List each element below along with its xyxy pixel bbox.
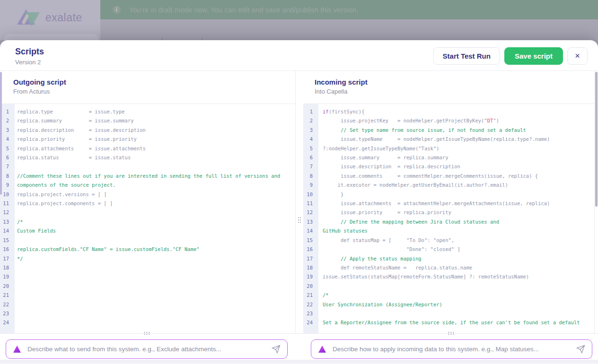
code-text: ?:nodeHelper.getIssueTypeByName("Task") <box>318 144 593 153</box>
outgoing-resize-handle[interactable] <box>143 331 150 335</box>
send-icon <box>576 345 585 354</box>
code-text <box>15 309 295 318</box>
divider-resize-handle[interactable] <box>298 217 301 223</box>
code-line: 18 <box>0 263 295 272</box>
code-text: replica.project.components = [ ] <box>15 199 295 208</box>
close-button[interactable]: × <box>567 47 588 65</box>
code-line: 24 <box>0 318 295 327</box>
code-text: Custom Fields <box>15 226 295 235</box>
code-line: 23 <box>0 309 295 318</box>
incoming-code-editor[interactable]: 1if(firstSync){2 issue.projectKey = node… <box>303 104 598 333</box>
code-line: 8//Comment these lines out if you are in… <box>0 172 295 181</box>
incoming-panel-header: Incoming script Into Capella <box>303 71 598 104</box>
code-text: issue.comments = commentHelper.mergeComm… <box>318 172 593 181</box>
line-number: 6 <box>303 153 318 162</box>
code-line: 23 <box>303 309 593 318</box>
incoming-send-button[interactable] <box>576 345 585 354</box>
code-text: replica.type = issue.type <box>15 107 295 116</box>
code-text: */ <box>15 254 295 263</box>
modal-actions: Start Test Run Save script × <box>433 47 588 65</box>
code-text: issue.attachments = attachmentHelper.mer… <box>318 199 593 208</box>
outgoing-assistant-input[interactable] <box>27 346 272 353</box>
incoming-panel: Incoming script Into Capella 1if(firstSy… <box>303 71 598 333</box>
code-line: 21 <box>0 291 295 300</box>
incoming-scrollbar-track[interactable] <box>594 71 598 333</box>
line-number: 20 <box>0 282 15 291</box>
line-number: 14 <box>303 226 318 235</box>
code-text <box>15 236 295 245</box>
line-number: 8 <box>0 172 15 181</box>
line-number: 12 <box>303 208 318 217</box>
code-text: /* <box>318 291 593 300</box>
outgoing-assistant-input-box[interactable] <box>6 339 288 359</box>
code-line: 14GitHub statuses <box>303 226 593 235</box>
line-number: 23 <box>303 309 318 318</box>
line-number: 5 <box>0 144 15 153</box>
line-number: 3 <box>0 126 15 135</box>
exalate-logo: exalate <box>16 8 82 27</box>
line-number: 14 <box>0 226 15 235</box>
incoming-assistant-input-box[interactable] <box>311 339 592 359</box>
line-number: 21 <box>0 291 15 300</box>
assistant-triangle-icon <box>13 345 21 353</box>
line-number: 2 <box>0 116 15 125</box>
draft-mode-banner-text: You're in draft mode now. You can edit a… <box>129 6 358 14</box>
outgoing-panel: Outgoing script From Acturus 1replica.ty… <box>0 71 296 333</box>
code-text: issue.projectKey = nodeHelper.getProject… <box>318 116 593 125</box>
code-line: 12 issue.priority = replica.priority <box>303 208 593 217</box>
line-number: 3 <box>303 126 318 135</box>
panel-divider <box>296 71 303 333</box>
code-line: 11replica.project.components = [ ] <box>0 199 295 208</box>
code-text: replica.customFields."CF Name" = issue.c… <box>15 245 295 254</box>
incoming-subtitle: Into Capella <box>315 88 598 95</box>
code-text <box>318 282 593 291</box>
dimmed-sidebar-card <box>4 34 98 40</box>
incoming-resize-handle[interactable] <box>448 331 454 335</box>
close-icon: × <box>575 51 580 61</box>
breadcrumb-slash: / <box>201 36 202 40</box>
line-number: 10 <box>0 190 15 199</box>
scripts-modal: Scripts Version 2 Start Test Run Save sc… <box>0 40 598 364</box>
code-line: 5?:nodeHelper.getIssueTypeByName("Task") <box>303 144 593 153</box>
line-number: 7 <box>0 162 15 171</box>
code-line: 3replica.description = issue.description <box>0 126 295 135</box>
outgoing-scrollbar-thumb[interactable] <box>0 72 2 195</box>
code-line: 9components of the source project. <box>0 181 295 190</box>
code-line: 4 issue.typeName = nodeHelper.getIssueTy… <box>303 135 593 144</box>
code-line: 14Custom Fields <box>0 226 295 235</box>
start-test-run-button[interactable]: Start Test Run <box>433 47 500 65</box>
dimmed-page-background: / / <box>100 19 598 40</box>
code-line: 10 } <box>303 190 593 199</box>
code-line: 9 it.executor = nodeHelper.getUserByEmai… <box>303 181 593 190</box>
code-text: "Done": "closed" ] <box>318 245 593 254</box>
line-number: 7 <box>303 162 318 171</box>
code-line: 1if(firstSync){ <box>303 107 593 116</box>
incoming-scrollbar-thumb[interactable] <box>595 72 598 207</box>
bottom-strip <box>0 360 598 364</box>
code-line: 13 // Define the mapping between Jira Cl… <box>303 217 593 226</box>
code-text: replica.summary = issue.summary <box>15 116 295 125</box>
code-line: 11 issue.attachments = attachmentHelper.… <box>303 199 593 208</box>
exalate-logo-text: exalate <box>45 11 82 24</box>
modal-header: Scripts Version 2 Start Test Run Save sc… <box>0 40 598 71</box>
code-line: 24Set a Reporter/Assignee from the sourc… <box>303 318 593 327</box>
incoming-title: Incoming script <box>315 78 598 86</box>
incoming-assistant-input[interactable] <box>333 346 576 353</box>
line-number: 4 <box>0 135 15 144</box>
line-number: 6 <box>0 153 15 162</box>
line-number: 1 <box>303 107 318 116</box>
code-line: 19 <box>0 272 295 281</box>
code-line: 10replica.project.versions = [ ] <box>0 190 295 199</box>
code-line: 7 issue.description = replica.descriptio… <box>303 162 593 171</box>
line-number: 21 <box>303 291 318 300</box>
code-text: issue.setStatus(statusMap[remoteForm.Sta… <box>318 272 593 281</box>
code-line: 13/* <box>0 217 295 226</box>
outgoing-subtitle: From Acturus <box>13 88 295 95</box>
code-line: 6 issue.summary = replica.summary <box>303 153 593 162</box>
save-script-button[interactable]: Save script <box>504 47 563 65</box>
code-text: replica.status = issue.status <box>15 153 295 162</box>
outgoing-send-button[interactable] <box>272 345 281 354</box>
outgoing-code-editor[interactable]: 1replica.type = issue.type2replica.summa… <box>0 104 295 333</box>
line-number: 20 <box>303 282 318 291</box>
code-line: 5replica.attachments = issue.attachments <box>0 144 295 153</box>
